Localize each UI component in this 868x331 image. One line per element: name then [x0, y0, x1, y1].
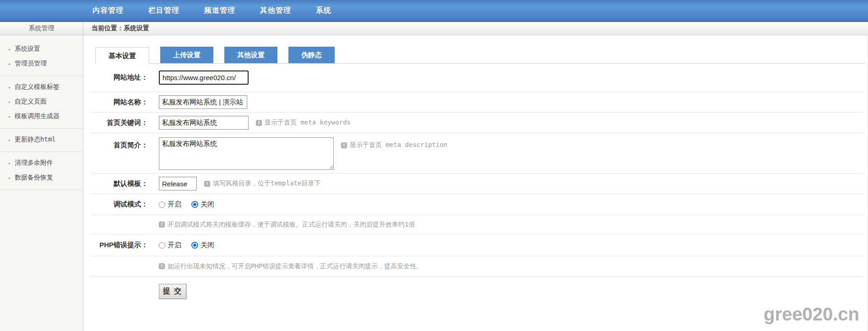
sidebar-group-3: ▸ 更新静态html	[0, 129, 83, 152]
keywords-input[interactable]	[159, 116, 249, 130]
template-input[interactable]	[159, 177, 197, 190]
row-site-url: 网站地址：	[91, 64, 863, 92]
debug-hint-text: 开启调试模式将关闭模板缓存，便于调试模板。正式运行请关闭，关闭后提升效率约1倍	[168, 221, 415, 229]
php-error-on-label: 开启	[168, 241, 181, 250]
php-error-on-radio[interactable]: 开启	[159, 241, 181, 250]
sidebar-item-label: 清理多余附件	[15, 159, 53, 167]
sidebar-group-1: ▸ 系统设置 ▸ 管理员管理	[0, 38, 83, 76]
row-description: 首页简介： 私服发布网站系统 ! 显示于首页 meta description	[91, 133, 863, 174]
sidebar-item-admin-management[interactable]: ▸ 管理员管理	[0, 56, 83, 71]
description-hint: ! 显示于首页 meta description	[341, 141, 447, 149]
php-error-hint: ! 如运行出现未知情况，可开启PHP错误提示查看详情，正式运行请关闭提示，提高安…	[159, 262, 423, 271]
submit-button[interactable]: 提 交	[159, 284, 186, 299]
sidebar-item-system-settings[interactable]: ▸ 系统设置	[0, 42, 83, 56]
description-label: 首页简介：	[91, 137, 159, 150]
main-content: 基本设置 上传设置 其他设置 伪静态 网站地址： 网站名称：	[83, 35, 868, 331]
radio-unchecked-icon[interactable]	[159, 201, 165, 208]
basic-settings-form: 网站地址： 网站名称： 首页关键词： ! 显示于首页	[91, 64, 868, 299]
sidebar: ▸ 系统设置 ▸ 管理员管理 ▸ 自定义模板标签 ▸ 自定义页面 ▸ 模板调用生…	[0, 35, 83, 331]
arrow-right-icon: ▸	[8, 114, 11, 119]
debug-off-radio[interactable]: 关闭	[191, 200, 214, 209]
arrow-right-icon: ▸	[8, 85, 11, 90]
debug-off-label: 关闭	[201, 200, 214, 209]
info-icon: !	[204, 181, 210, 187]
nav-item-channel-management[interactable]: 频道管理	[204, 6, 247, 16]
keywords-hint: ! 显示于首页 meta keywords	[256, 119, 351, 127]
row-debug-hint: ! 开启调试模式将关闭模板缓存，便于调试模板。正式运行请关闭，关闭后提升效率约1…	[91, 215, 863, 234]
top-nav-menu: 内容管理 栏目管理 频道管理 其他管理 系统	[92, 6, 356, 16]
info-icon: !	[159, 222, 165, 228]
sidebar-item-label: 系统设置	[15, 45, 40, 53]
php-error-hint-text: 如运行出现未知情况，可开启PHP错误提示查看详情，正式运行请关闭提示，提高安全性…	[168, 262, 423, 271]
arrow-right-icon: ▸	[8, 61, 11, 66]
template-hint-text: 填写风格目录，位于template目录下	[213, 179, 320, 188]
debug-label: 调试模式：	[91, 200, 159, 209]
radio-checked-icon[interactable]	[191, 242, 198, 249]
sidebar-item-custom-template-tags[interactable]: ▸ 自定义模板标签	[0, 80, 83, 94]
keywords-hint-text: 显示于首页 meta keywords	[265, 119, 351, 127]
arrow-right-icon: ▸	[8, 175, 11, 180]
sidebar-item-custom-pages[interactable]: ▸ 自定义页面	[0, 94, 83, 109]
row-php-error: PHP错误提示： 开启 关闭	[91, 234, 863, 256]
php-error-off-radio[interactable]: 关闭	[191, 241, 214, 250]
sidebar-item-clean-attachments[interactable]: ▸ 清理多余附件	[0, 156, 83, 170]
breadcrumb-bar: 系统管理 当前位置：系统设置	[0, 22, 868, 35]
top-nav: 内容管理 栏目管理 频道管理 其他管理 系统	[0, 0, 868, 22]
sidebar-item-label: 管理员管理	[15, 60, 47, 68]
arrow-right-icon: ▸	[8, 99, 11, 104]
php-error-off-label: 关闭	[201, 241, 214, 250]
description-textarea[interactable]: 私服发布网站系统	[159, 137, 334, 170]
sidebar-item-label: 模板调用生成器	[15, 112, 60, 120]
info-icon: !	[256, 120, 262, 126]
site-url-input[interactable]	[159, 71, 249, 85]
sidebar-title: 系统管理	[0, 22, 83, 35]
row-default-template: 默认模板： ! 填写风格目录，位于template目录下	[91, 174, 863, 194]
sidebar-group-4: ▸ 清理多余附件 ▸ 数据备份恢复	[0, 152, 83, 190]
debug-hint: ! 开启调试模式将关闭模板缓存，便于调试模板。正式运行请关闭，关闭后提升效率约1…	[159, 221, 415, 229]
sidebar-group-2: ▸ 自定义模板标签 ▸ 自定义页面 ▸ 模板调用生成器	[0, 76, 83, 129]
arrow-right-icon: ▸	[8, 137, 11, 142]
arrow-right-icon: ▸	[8, 161, 11, 166]
settings-tabs: 基本设置 上传设置 其他设置 伪静态	[95, 47, 865, 64]
nav-item-content-management[interactable]: 内容管理	[92, 6, 136, 16]
radio-unchecked-icon[interactable]	[159, 242, 165, 249]
template-hint: ! 填写风格目录，位于template目录下	[204, 179, 320, 188]
sidebar-item-template-call-generator[interactable]: ▸ 模板调用生成器	[0, 109, 83, 124]
breadcrumb: 当前位置：系统设置	[83, 22, 149, 35]
sidebar-item-label: 自定义页面	[15, 98, 47, 106]
debug-on-label: 开启	[168, 200, 181, 209]
nav-item-system[interactable]: 系统	[316, 6, 343, 16]
row-debug-mode: 调试模式： 开启 关闭	[91, 194, 863, 215]
row-php-error-hint: ! 如运行出现未知情况，可开启PHP错误提示查看详情，正式运行请关闭提示，提高安…	[91, 256, 863, 277]
tab-rewrite[interactable]: 伪静态	[288, 47, 335, 63]
sidebar-item-label: 数据备份恢复	[15, 174, 53, 182]
tab-other-settings[interactable]: 其他设置	[224, 47, 277, 63]
sidebar-item-update-static-html[interactable]: ▸ 更新静态html	[0, 132, 83, 147]
site-url-label: 网站地址：	[91, 73, 159, 82]
radio-checked-icon[interactable]	[191, 201, 198, 208]
info-icon: !	[341, 142, 347, 148]
row-keywords: 首页关键词： ! 显示于首页 meta keywords	[91, 113, 863, 133]
sidebar-item-label: 更新静态html	[15, 136, 56, 144]
php-error-label: PHP错误提示：	[91, 241, 159, 250]
row-site-name: 网站名称：	[91, 92, 863, 113]
nav-item-other-management[interactable]: 其他管理	[260, 6, 303, 16]
site-name-label: 网站名称：	[91, 98, 159, 107]
nav-item-column-management[interactable]: 栏目管理	[148, 6, 191, 16]
site-name-input[interactable]	[159, 95, 247, 109]
debug-on-radio[interactable]: 开启	[159, 200, 181, 209]
watermark: gree020.cn	[764, 304, 859, 325]
sidebar-item-backup-restore[interactable]: ▸ 数据备份恢复	[0, 170, 83, 185]
keywords-label: 首页关键词：	[91, 119, 159, 127]
tab-basic-settings[interactable]: 基本设置	[95, 47, 149, 64]
sidebar-item-label: 自定义模板标签	[15, 83, 60, 91]
row-submit: 提 交	[91, 277, 863, 299]
template-label: 默认模板：	[91, 179, 159, 188]
tab-upload-settings[interactable]: 上传设置	[160, 47, 213, 63]
info-icon: !	[159, 263, 165, 269]
description-hint-text: 显示于首页 meta description	[350, 141, 447, 149]
arrow-right-icon: ▸	[8, 47, 11, 52]
